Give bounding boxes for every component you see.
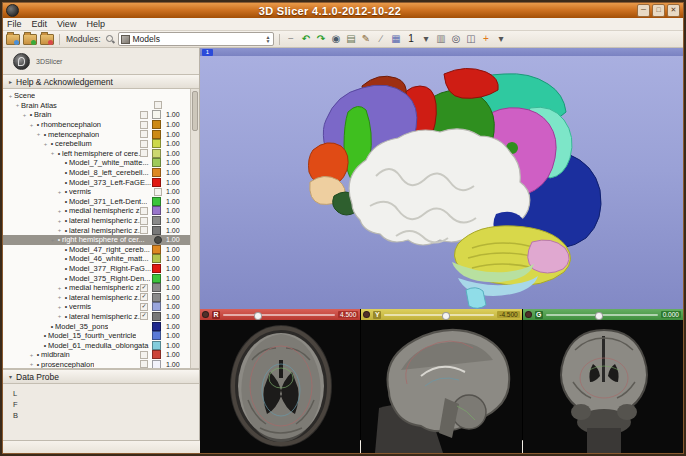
tree-row[interactable]: +Scene <box>3 91 191 101</box>
tree-expander-icon[interactable]: + <box>56 304 63 310</box>
visibility-checkbox[interactable] <box>140 351 148 359</box>
load-data-icon[interactable] <box>23 34 37 45</box>
tree-row[interactable]: +•left hemisphere of cere...1.00 <box>3 149 191 159</box>
tree-expander-icon[interactable]: + <box>28 122 35 128</box>
visibility-checkbox[interactable] <box>140 111 148 119</box>
model-color-swatch[interactable] <box>152 178 161 187</box>
visibility-checkbox[interactable]: ✓ <box>140 293 148 301</box>
tree-expander-icon[interactable]: + <box>56 208 63 214</box>
green-slice-pane[interactable]: G 0.000 <box>523 309 683 453</box>
tree-row[interactable]: +•metencephalon1.00 <box>3 129 191 139</box>
model-color-swatch[interactable] <box>152 331 161 340</box>
visibility-checkbox[interactable] <box>140 207 148 215</box>
tree-row[interactable]: •Model_15_fourth_ventricle1.00 <box>3 331 191 341</box>
layout-count[interactable]: 1 <box>405 33 418 45</box>
menu-file[interactable]: File <box>7 19 22 29</box>
model-color-swatch[interactable] <box>152 216 161 225</box>
model-color-swatch[interactable] <box>152 264 161 273</box>
tree-expander-icon[interactable]: + <box>28 352 35 358</box>
model-color-swatch[interactable] <box>152 245 161 254</box>
model-color-swatch[interactable] <box>152 322 161 331</box>
model-color-swatch[interactable] <box>152 158 161 167</box>
pin-icon[interactable] <box>363 311 370 318</box>
coronal-slice-viewport[interactable] <box>523 320 683 453</box>
threed-view[interactable]: 1 <box>200 48 683 309</box>
model-color-swatch[interactable] <box>152 197 161 206</box>
help-acknowledgement-section[interactable]: ▸ Help & Acknowledgement <box>3 74 199 89</box>
tree-row[interactable]: •Model_373_Left-FaGE...1.00 <box>3 177 191 187</box>
tree-row[interactable]: +•rhombencephalon1.00 <box>3 120 191 130</box>
tree-expander-icon[interactable]: + <box>42 141 49 147</box>
model-color-swatch[interactable] <box>152 168 161 177</box>
tree-row[interactable]: +•right hemisphere of cer...1.00 <box>3 235 191 245</box>
model-color-swatch[interactable] <box>152 293 161 302</box>
threed-view-tab[interactable]: 1 <box>202 49 213 56</box>
tree-row[interactable]: •Model_46_white_matt...1.00 <box>3 254 191 264</box>
tree-row[interactable]: +•Brain1.00 <box>3 110 191 120</box>
model-color-swatch[interactable] <box>152 110 161 119</box>
tree-row[interactable]: •Model_377_Right-FaG...1.00 <box>3 264 191 274</box>
green-slice-offset-slider[interactable] <box>546 311 658 319</box>
tree-expander-icon[interactable]: + <box>56 313 63 319</box>
model-color-swatch[interactable] <box>152 120 161 129</box>
red-slice-offset-value[interactable]: 4.500 <box>338 311 358 318</box>
tree-expander-icon[interactable]: + <box>28 361 35 367</box>
model-color-swatch[interactable] <box>152 226 161 235</box>
model-color-swatch[interactable] <box>152 283 161 292</box>
visibility-checkbox[interactable] <box>140 140 148 148</box>
tree-row[interactable]: +•medial hemispheric z...1.00 <box>3 206 191 216</box>
history-forward-icon[interactable]: ↷ <box>315 33 328 45</box>
layout-icon[interactable]: ▦ <box>390 33 403 45</box>
tree-expander-icon[interactable]: + <box>21 112 28 118</box>
ruler-icon[interactable]: ∕ <box>375 33 388 45</box>
visibility-checkbox[interactable] <box>140 226 148 234</box>
tree-expander-icon[interactable]: + <box>56 218 63 224</box>
tree-row[interactable]: •Model_35_pons1.00 <box>3 321 191 331</box>
menu-view[interactable]: View <box>57 19 76 29</box>
green-slice-offset-value[interactable]: 0.000 <box>661 311 681 318</box>
model-color-swatch[interactable] <box>152 274 161 283</box>
maximize-button[interactable]: □ <box>652 4 665 17</box>
layout-dropdown-icon[interactable]: ▾ <box>420 33 433 45</box>
tree-scrollbar[interactable] <box>190 89 199 368</box>
load-scene-icon[interactable] <box>6 34 20 45</box>
yellow-slice-controller[interactable]: Y -4.500 <box>361 309 521 320</box>
visibility-checkbox[interactable] <box>140 130 148 138</box>
visibility-checkbox[interactable] <box>140 217 148 225</box>
sagittal-slice-viewport[interactable] <box>361 320 521 453</box>
annotation-pencil-icon[interactable]: ✎ <box>360 33 373 45</box>
yellow-slice-offset-value[interactable]: -4.500 <box>497 311 519 318</box>
threed-viewport[interactable] <box>200 56 683 309</box>
tree-row[interactable]: •Model_61_medulla_oblongata1.00 <box>3 340 191 350</box>
red-slice-controller[interactable]: R 4.500 <box>200 309 360 320</box>
tree-row[interactable]: +•cerebellum1.00 <box>3 139 191 149</box>
model-color-swatch[interactable] <box>152 312 161 321</box>
yellow-slice-pane[interactable]: Y -4.500 <box>361 309 521 453</box>
tree-expander-icon[interactable]: + <box>49 150 56 156</box>
close-button[interactable]: ✕ <box>667 4 680 17</box>
extensions-dropdown-icon[interactable]: ▾ <box>495 33 508 45</box>
red-slice-offset-slider[interactable] <box>223 311 335 319</box>
module-spin-buttons[interactable]: ▲▼ <box>266 35 271 43</box>
tree-row[interactable]: •Model_375_Right-Den...1.00 <box>3 273 191 283</box>
tree-row[interactable]: •Model_371_Left-Dent...1.00 <box>3 197 191 207</box>
pin-icon[interactable] <box>525 311 532 318</box>
model-color-swatch[interactable] <box>152 254 161 263</box>
extensions-add-icon[interactable]: + <box>480 33 493 45</box>
tree-expander-icon[interactable]: + <box>56 227 63 233</box>
visibility-checkbox[interactable]: ✓ <box>140 303 148 311</box>
tree-expander-icon[interactable]: + <box>56 294 63 300</box>
module-search-icon[interactable] <box>106 35 115 44</box>
tree-scrollbar-thumb[interactable] <box>192 91 198 131</box>
screenshot-icon[interactable]: ◉ <box>330 33 343 45</box>
visibility-checkbox[interactable] <box>140 149 148 157</box>
tree-row[interactable]: +•lateral hemispheric z...✓1.00 <box>3 292 191 302</box>
threed-view-controller-bar[interactable]: 1 <box>200 48 683 56</box>
tree-expander-icon[interactable]: + <box>7 93 14 99</box>
history-back-icon[interactable]: ↶ <box>300 33 313 45</box>
model-color-swatch[interactable] <box>152 149 161 158</box>
tree-expander-icon[interactable]: + <box>56 285 63 291</box>
model-color-swatch[interactable] <box>152 130 161 139</box>
brain-3d-model[interactable] <box>200 56 683 309</box>
data-probe-section[interactable]: ▾ Data Probe <box>3 369 199 384</box>
